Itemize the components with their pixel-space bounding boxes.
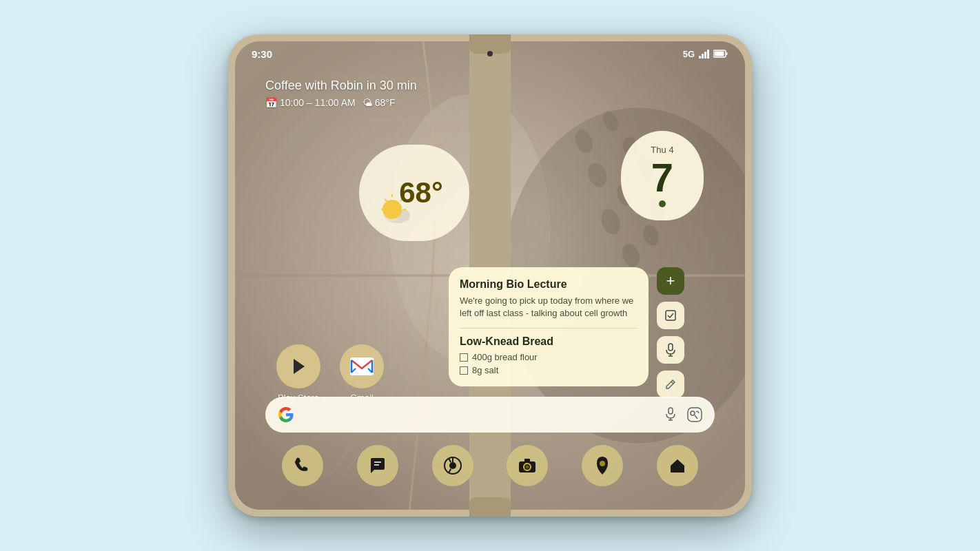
dock-messages[interactable] (357, 445, 398, 486)
notes-check-button[interactable] (657, 302, 684, 329)
checkbox-2 (460, 366, 468, 375)
chrome-icon (443, 456, 462, 475)
svg-rect-15 (726, 52, 728, 55)
svg-line-41 (695, 415, 697, 419)
mic-icon (665, 343, 676, 357)
google-g-icon (278, 406, 294, 423)
weather-widget[interactable]: 68° (359, 145, 469, 241)
weather-temperature: 68° (399, 176, 443, 209)
network-label: 5G (683, 49, 695, 59)
svg-point-52 (526, 466, 529, 469)
check-icon (664, 309, 677, 322)
app-icons-row: Play Store Gmail (276, 344, 384, 403)
clock-date-label: Thu 4 (651, 145, 673, 155)
dock-home[interactable] (657, 445, 698, 486)
note-1-title: Morning Bio Lecture (460, 278, 637, 291)
phone-outer: 9:30 5G Coffee with Robin (228, 34, 752, 517)
note-2-item-2: 8g salt (460, 365, 637, 375)
edit-icon (665, 379, 676, 390)
calendar-event-title: Coffee with Robin in 30 min (265, 79, 417, 93)
play-store-icon (288, 356, 309, 377)
weather-inline-icon: 🌤 (363, 97, 372, 108)
svg-line-24 (385, 199, 387, 201)
svg-rect-36 (668, 408, 673, 414)
dock-chrome[interactable] (432, 445, 473, 486)
svg-rect-54 (675, 468, 680, 472)
app-icon-play-store[interactable]: Play Store (276, 344, 320, 403)
gmail-icon (350, 357, 374, 375)
search-mic-icon[interactable] (664, 407, 677, 421)
calendar-event-details: 📅 10:00 – 11:00 AM 🌤 68°F (265, 97, 417, 108)
calendar-time-text: 10:00 – 11:00 AM (280, 97, 356, 108)
clock-day: Thu (651, 145, 666, 155)
search-action-icons (664, 407, 702, 422)
clock-dot (659, 200, 666, 207)
weather-inline-temp: 68°F (375, 97, 396, 108)
note-2-title: Low-Knead Bread (460, 335, 637, 348)
search-lens-icon[interactable] (687, 407, 702, 422)
phone-icon (294, 457, 312, 475)
note-separator (460, 328, 637, 329)
messages-icon (369, 457, 387, 475)
status-icons: 5G (683, 49, 728, 59)
svg-point-53 (600, 461, 605, 466)
calendar-icon: 📅 (265, 97, 277, 108)
signal-bars-icon (699, 49, 709, 59)
camera-dot (487, 51, 493, 56)
notes-mic-button[interactable] (657, 336, 684, 364)
note-1: Morning Bio Lecture We're going to pick … (460, 278, 637, 320)
notes-add-button[interactable]: + (657, 267, 684, 295)
svg-line-29 (671, 382, 673, 384)
checkbox-1 (460, 353, 468, 362)
play-store-icon-bg (276, 344, 320, 388)
svg-rect-31 (350, 357, 374, 375)
svg-line-47 (449, 469, 451, 473)
clock-day-num: 4 (668, 145, 673, 155)
app-icon-gmail[interactable]: Gmail (340, 344, 384, 403)
calendar-weather: 🌤 68°F (363, 97, 396, 108)
dock-camera[interactable] (507, 445, 548, 486)
maps-icon (595, 456, 610, 475)
note-2-item-1: 400g bread flour (460, 352, 637, 362)
home-icon (668, 457, 686, 475)
notes-edit-button[interactable] (657, 371, 684, 398)
clock-number: 7 (651, 158, 673, 198)
svg-rect-26 (668, 344, 673, 351)
note-1-body: We're going to pick up today from where … (460, 295, 637, 320)
svg-marker-30 (294, 359, 305, 374)
note-2: Low-Knead Bread 400g bread flour 8g salt (460, 335, 637, 375)
dock (265, 441, 715, 490)
svg-rect-25 (666, 311, 675, 320)
clock-widget[interactable]: .clock-widget { clip-path: none !importa… (621, 131, 704, 220)
svg-rect-14 (715, 52, 724, 56)
svg-line-48 (449, 459, 451, 463)
dock-maps[interactable] (582, 445, 623, 486)
battery-icon (713, 50, 728, 58)
svg-point-45 (449, 462, 456, 469)
svg-point-40 (691, 411, 695, 415)
search-bar[interactable] (265, 397, 715, 433)
svg-rect-50 (524, 459, 530, 462)
notes-sidebar: + (657, 267, 684, 398)
status-time: 9:30 (252, 48, 272, 60)
dock-phone[interactable] (282, 445, 323, 486)
calendar-time: 📅 10:00 – 11:00 AM (265, 97, 356, 108)
camera-icon (518, 458, 536, 473)
gmail-icon-bg (340, 344, 384, 388)
notes-widget[interactable]: Morning Bio Lecture We're going to pick … (449, 267, 649, 386)
calendar-widget[interactable]: Coffee with Robin in 30 min 📅 10:00 – 11… (265, 79, 417, 108)
